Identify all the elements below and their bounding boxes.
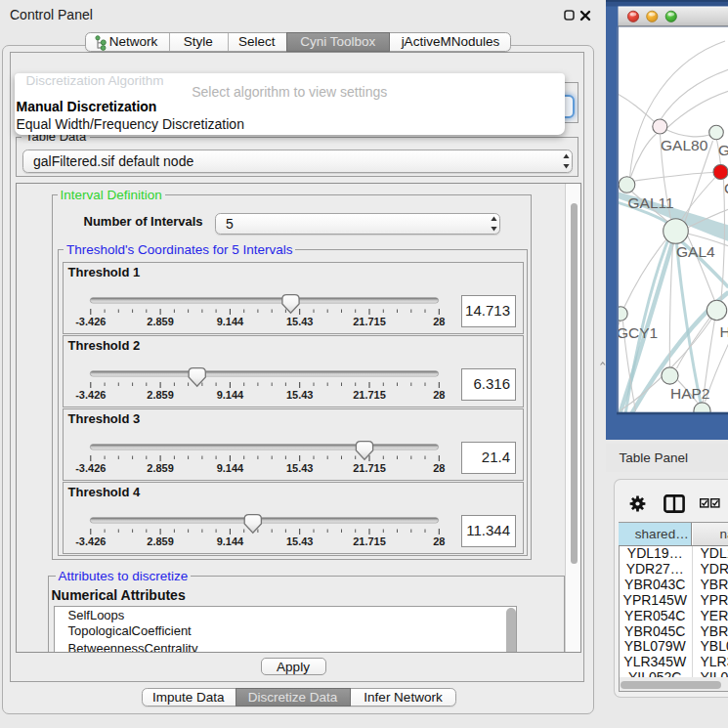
svg-text:15.43: 15.43 (286, 316, 314, 327)
svg-text:CDC2: CDC2 (724, 180, 728, 196)
svg-text:9.144: 9.144 (217, 535, 244, 547)
svg-text:9.144: 9.144 (217, 316, 244, 327)
svg-text:2.859: 2.859 (147, 316, 174, 327)
svg-text:28: 28 (433, 462, 445, 474)
svg-text:9.144: 9.144 (217, 389, 244, 401)
svg-text:2.859: 2.859 (147, 535, 174, 547)
svg-text:GAL11: GAL11 (627, 194, 673, 211)
svg-text:GAL80: GAL80 (661, 137, 708, 153)
svg-text:GAL3: GAL3 (718, 142, 728, 158)
svg-text:HIS: HIS (719, 323, 728, 340)
svg-text:HAP2: HAP2 (670, 385, 710, 402)
svg-text:15.43: 15.43 (286, 462, 314, 474)
svg-text:GAL4: GAL4 (676, 243, 715, 260)
svg-text:28: 28 (433, 389, 445, 401)
svg-text:-3.426: -3.426 (75, 462, 106, 474)
svg-text:28: 28 (433, 316, 445, 327)
svg-text:21.715: 21.715 (353, 462, 386, 474)
svg-text:9.144: 9.144 (217, 462, 244, 474)
svg-text:2.859: 2.859 (147, 462, 174, 474)
svg-text:-3.426: -3.426 (75, 389, 106, 401)
svg-text:15.43: 15.43 (286, 535, 314, 547)
svg-text:15.43: 15.43 (286, 389, 314, 401)
svg-text:21.715: 21.715 (353, 535, 386, 547)
svg-text:GCY1: GCY1 (617, 324, 658, 341)
svg-text:28: 28 (433, 535, 445, 547)
svg-text:21.715: 21.715 (353, 389, 386, 401)
svg-text:21.715: 21.715 (353, 316, 386, 327)
svg-text:2.859: 2.859 (147, 389, 174, 401)
svg-text:-3.426: -3.426 (75, 316, 106, 327)
svg-text:-3.426: -3.426 (75, 535, 106, 547)
